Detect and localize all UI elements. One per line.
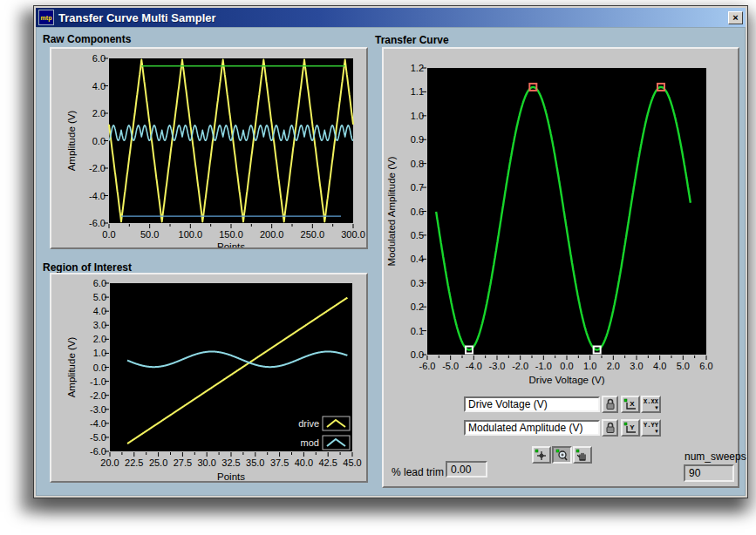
x-axis-title: Drive Voltage (V) [529, 375, 605, 385]
lead-trim-label: % lead trim [392, 466, 444, 478]
transfer-curve-chart[interactable]: -6.0-5.0-4.0-3.0-2.0-1.00.01.02.03.04.05… [384, 49, 738, 394]
y-tick-label: 0.5 [411, 230, 424, 240]
y-axis: -6.0-4.0-2.00.02.04.06.0Amplitude (V) [66, 53, 108, 228]
y-tick-label: 5.0 [93, 292, 106, 302]
x-autoscale-button[interactable]: X [621, 396, 640, 413]
legend-label-mod[interactable]: mod [301, 437, 319, 448]
x-autoscale-icon: X [623, 398, 637, 411]
legend-label-drive[interactable]: drive [298, 418, 319, 429]
raw-components-chart[interactable]: 0.050.0100.0150.0200.0250.0300.0Points-6… [51, 49, 366, 247]
x-tick-label: 32.5 [221, 457, 240, 468]
y-format-label: Y.YY [644, 423, 658, 429]
y-tick-label: 6.0 [92, 53, 106, 64]
window-title: Transfer Curve Multi Sampler [58, 11, 728, 24]
x-tick-label: 100.0 [179, 229, 203, 240]
y-scale-lock-button[interactable] [602, 419, 618, 437]
y-tick-label: 0.6 [411, 207, 424, 217]
y-tick-label: 0.0 [93, 362, 106, 373]
y-format-button[interactable]: Y.YY ▼ [641, 419, 661, 437]
lock-icon [605, 398, 616, 410]
x-tick-label: 27.5 [174, 457, 192, 468]
x-scale-lock-button[interactable] [602, 396, 618, 413]
region-of-interest-chart[interactable]: 20.022.525.027.530.032.535.037.540.042.5… [51, 274, 366, 481]
x-tick-label: 30.0 [197, 457, 215, 468]
x-tick-label: 20.0 [100, 457, 119, 468]
x-tick-label: 1.0 [583, 361, 596, 371]
legend-swatch-drive[interactable] [323, 416, 350, 430]
x-tick-label: 42.5 [318, 457, 337, 468]
y-tick-label: -2.0 [90, 390, 106, 401]
y-tick-label: 2.0 [92, 108, 106, 119]
region-of-interest-title: Region of Interest [43, 261, 132, 274]
x-scale-name-input[interactable] [464, 396, 600, 412]
x-axis-title: Points [217, 241, 245, 247]
client-area: Raw Components 0.050.0100.0150.0200.0250… [36, 27, 746, 496]
app-window: mtp Transfer Curve Multi Sampler × Raw C… [33, 5, 748, 498]
x-tick-label: -4.0 [466, 361, 482, 371]
x-tick-label: 150.0 [219, 229, 243, 240]
x-tick-label: 25.0 [149, 457, 167, 468]
title-bar[interactable]: mtp Transfer Curve Multi Sampler × [36, 8, 746, 27]
x-tick-label: 250.0 [301, 229, 325, 240]
x-format-button[interactable]: X.XX ▼ [641, 396, 661, 413]
y-tick-label: 6.0 [93, 278, 106, 288]
lock-icon [605, 422, 616, 434]
hand-icon [576, 449, 589, 462]
app-icon: mtp [38, 10, 54, 25]
close-icon: × [732, 12, 738, 23]
y-tick-label: 1.0 [93, 348, 106, 358]
lead-trim-field[interactable]: 0.00 [446, 461, 487, 477]
y-autoscale-icon: Y [623, 422, 637, 435]
dropdown-arrow-icon: ▼ [643, 430, 659, 434]
x-tick-label: 22.5 [125, 457, 143, 468]
x-tick-label: 2.0 [607, 361, 620, 371]
raw-components-title: Raw Components [43, 33, 131, 45]
x-axis-title: Points [217, 471, 245, 481]
x-tick-label: 40.0 [295, 457, 313, 468]
pan-tool-button[interactable] [573, 446, 592, 464]
x-tick-label: 50.0 [140, 229, 159, 240]
cursor-tool-button[interactable] [532, 446, 551, 464]
y-tick-label: -2.0 [89, 163, 106, 173]
y-tick-label: 0.0 [92, 136, 106, 146]
x-tick-label: -1.0 [535, 361, 552, 371]
close-button[interactable]: × [728, 11, 743, 24]
x-tick-label: 45.0 [343, 457, 361, 468]
y-tick-label: 0.2 [411, 301, 424, 312]
x-tick-label: 37.5 [270, 457, 289, 468]
y-tick-label: 3.0 [93, 320, 106, 330]
y-tick-label: -3.0 [90, 404, 106, 415]
x-tick-label: 0.0 [560, 361, 573, 371]
y-tick-label: 4.0 [92, 81, 106, 91]
y-tick-label: 0.0 [411, 349, 424, 360]
y-autoscale-button[interactable]: Y [621, 419, 640, 437]
x-tick-label: -2.0 [512, 361, 528, 371]
crosshair-icon [535, 449, 548, 462]
y-tick-label: -6.0 [90, 446, 106, 457]
y-axis-title: Amplitude (V) [66, 337, 77, 398]
legend-swatch-mod[interactable] [323, 436, 350, 450]
y-scale-name-input[interactable] [464, 420, 600, 436]
y-tick-label: 0.3 [411, 278, 424, 288]
region-of-interest-panel: 20.022.525.027.530.032.535.037.540.042.5… [50, 273, 368, 483]
zoom-tool-button[interactable] [552, 446, 572, 464]
transfer-curve-title: Transfer Curve [375, 34, 449, 46]
y-tick-label: -5.0 [90, 432, 106, 443]
plot-area[interactable] [427, 68, 706, 355]
y-tick-label: 1.1 [411, 86, 424, 97]
num-sweeps-field[interactable]: 90 [684, 464, 734, 482]
transfer-curve-panel: -6.0-5.0-4.0-3.0-2.0-1.00.01.02.03.04.05… [382, 47, 739, 488]
y-tick-label: -4.0 [90, 418, 106, 429]
y-axis-title: Amplitude (V) [66, 111, 77, 172]
y-tick-label: 4.0 [93, 306, 106, 316]
app-icon-text: mtp [41, 15, 52, 21]
y-tick-label: 0.9 [411, 134, 424, 145]
x-tick-label: 5.0 [677, 361, 690, 371]
x-autoscale-letter: X [630, 400, 635, 408]
magnifier-icon [555, 449, 569, 462]
x-axis: -6.0-5.0-4.0-3.0-2.0-1.00.01.02.03.04.05… [419, 356, 713, 385]
x-format-label: X.XX [644, 399, 658, 405]
y-axis-title: Modulated Amplitude (V) [386, 156, 397, 266]
y-tick-label: -1.0 [90, 376, 106, 387]
x-tick-label: -5.0 [442, 361, 459, 371]
